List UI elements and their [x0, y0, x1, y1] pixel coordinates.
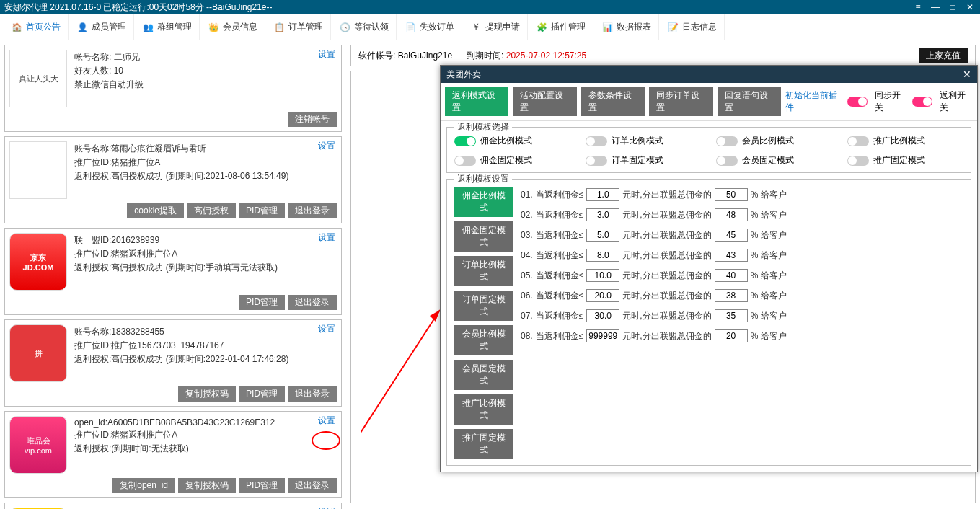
- recharge-button[interactable]: 上家充值: [919, 48, 968, 63]
- maximize-icon[interactable]: □: [947, 2, 958, 12]
- rule-percent-input[interactable]: [715, 188, 748, 201]
- card-action-button[interactable]: cookie提取: [127, 203, 184, 218]
- chart-icon: 📊: [601, 21, 614, 34]
- card-action-button[interactable]: 退出登录: [288, 295, 337, 310]
- card-action-button[interactable]: 注销帐号: [288, 112, 337, 127]
- rule-percent-input[interactable]: [715, 309, 748, 322]
- menu-icon[interactable]: ≡: [912, 2, 924, 12]
- card-action-button[interactable]: 退出登录: [288, 386, 337, 402]
- init-plugin-link[interactable]: 初始化当前插件: [785, 89, 843, 114]
- card-action-button[interactable]: 退出登录: [288, 203, 337, 218]
- mode-option: 佣金固定模式: [454, 154, 571, 167]
- rule-percent-input[interactable]: [715, 229, 748, 242]
- menu-pending[interactable]: 🕓等待认领: [331, 14, 397, 40]
- rule-index: 01.: [521, 190, 533, 200]
- rule-mode-button[interactable]: 推广固定模式: [454, 429, 513, 459]
- close-icon[interactable]: ✕: [964, 2, 976, 12]
- rule-threshold-input[interactable]: [586, 309, 619, 322]
- tab-params[interactable]: 参数条件设置: [581, 87, 645, 116]
- rule-mode-button[interactable]: 会员固定模式: [454, 360, 513, 390]
- rule-mode-button[interactable]: 订单比例模式: [454, 256, 513, 286]
- rule-threshold-input[interactable]: [586, 188, 619, 201]
- menu-members[interactable]: 👤成员管理: [69, 14, 134, 40]
- mode-label: 佣金固定模式: [480, 154, 532, 167]
- rule-percent-input[interactable]: [715, 289, 748, 302]
- rule-threshold-input[interactable]: [586, 269, 619, 282]
- minimize-icon[interactable]: —: [930, 2, 941, 12]
- card-action-button[interactable]: 复制open_id: [112, 478, 175, 493]
- mode-toggle[interactable]: [716, 136, 738, 146]
- rule-text: % 给客户: [751, 189, 787, 201]
- exp-value: 2025-07-02 12:57:25: [506, 50, 586, 61]
- card-settings-link[interactable]: 设置: [318, 323, 335, 335]
- main-menubar: 🏠首页公告 👤成员管理 👥群组管理 👑会员信息 📋订单管理 🕓等待认领 📄失效订…: [0, 14, 980, 40]
- rule-row: 05.当返利佣金≤元时,分出联盟总佣金的% 给客户: [521, 269, 963, 282]
- card-settings-link[interactable]: 设置: [318, 48, 335, 61]
- menu-plugins[interactable]: 🧩插件管理: [528, 14, 593, 40]
- card-action-button[interactable]: 高佣授权: [187, 203, 236, 218]
- card-action-button[interactable]: PID管理: [239, 295, 285, 310]
- rule-text: 元时,分出联盟总佣金的: [622, 229, 711, 242]
- rule-threshold-input[interactable]: [586, 249, 619, 262]
- menu-label: 会员信息: [223, 21, 257, 33]
- tab-activity[interactable]: 活动配置设置: [513, 87, 576, 116]
- card-line: 禁止微信自动升级: [74, 79, 337, 91]
- card-action-button[interactable]: 复制授权码: [178, 386, 236, 402]
- rebate-toggle[interactable]: [912, 97, 933, 107]
- card-info: 账号名称:18383288455推广位ID:推广位15673703_194787…: [74, 324, 337, 382]
- menu-orders[interactable]: 📋订单管理: [265, 14, 331, 40]
- menu-invalid[interactable]: 📄失效订单: [397, 14, 462, 40]
- rule-text: 当返利佣金≤: [536, 249, 584, 262]
- menu-label: 提现申请: [485, 21, 520, 33]
- mode-option: 推广固定模式: [847, 154, 964, 167]
- card-action-button[interactable]: 退出登录: [288, 478, 337, 493]
- rule-threshold-input[interactable]: [586, 329, 619, 342]
- rule-text: 当返利佣金≤: [536, 209, 584, 221]
- card-settings-link[interactable]: 设置: [318, 231, 335, 244]
- mode-toggle[interactable]: [454, 136, 476, 146]
- tab-sync[interactable]: 同步订单设置: [649, 87, 712, 116]
- menu-home[interactable]: 🏠首页公告: [3, 14, 69, 40]
- rule-threshold-input[interactable]: [586, 208, 619, 221]
- rule-percent-input[interactable]: [715, 269, 748, 282]
- card-action-button[interactable]: PID管理: [239, 203, 285, 218]
- tab-reply[interactable]: 回复语句设置: [718, 87, 781, 116]
- dialog-tabs: 返利模式设置 活动配置设置 参数条件设置 同步订单设置 回复语句设置 初始化当前…: [441, 83, 977, 121]
- rule-percent-input[interactable]: [715, 329, 748, 342]
- mode-label: 订单固定模式: [612, 154, 663, 167]
- menu-reports[interactable]: 📊数据报表: [593, 14, 659, 40]
- card-avatar: 京东 JD.COM: [9, 233, 67, 291]
- sync-toggle[interactable]: [847, 97, 868, 107]
- rule-threshold-input[interactable]: [586, 289, 619, 302]
- mode-toggle[interactable]: [716, 156, 738, 166]
- card-action-button[interactable]: PID管理: [239, 478, 285, 493]
- mode-toggle[interactable]: [586, 156, 607, 166]
- mode-toggle[interactable]: [586, 136, 607, 146]
- rule-mode-button[interactable]: 推广比例模式: [454, 394, 513, 425]
- menu-vip[interactable]: 👑会员信息: [200, 14, 265, 40]
- dialog-close-icon[interactable]: ✕: [963, 68, 971, 80]
- rule-mode-button[interactable]: 订单固定模式: [454, 291, 513, 321]
- mode-toggle[interactable]: [847, 156, 869, 166]
- user-icon: 👤: [76, 21, 89, 34]
- menu-logs[interactable]: 📝日志信息: [659, 14, 725, 40]
- rule-mode-button[interactable]: 佣金固定模式: [454, 221, 513, 252]
- menu-groups[interactable]: 👥群组管理: [134, 14, 200, 40]
- sync-label: 同步开关: [875, 89, 908, 114]
- mode-toggle[interactable]: [454, 156, 476, 166]
- card-settings-link[interactable]: 设置: [318, 415, 335, 427]
- card-settings-link[interactable]: 设置: [318, 140, 335, 152]
- card-action-button[interactable]: 复制授权码: [178, 478, 236, 493]
- rule-threshold-input[interactable]: [586, 229, 619, 242]
- mode-toggle[interactable]: [847, 136, 869, 146]
- rule-index: 02.: [521, 210, 533, 220]
- card-action-button[interactable]: PID管理: [239, 386, 285, 402]
- menu-withdraw[interactable]: ￥提现申请: [462, 14, 528, 40]
- tab-rebate-mode[interactable]: 返利模式设置: [445, 87, 508, 116]
- rule-mode-button[interactable]: 会员比例模式: [454, 325, 513, 355]
- rule-percent-input[interactable]: [715, 249, 748, 262]
- rule-percent-input[interactable]: [715, 208, 748, 221]
- rule-mode-button[interactable]: 佣金比例模式: [454, 187, 513, 217]
- card-avatar: 唯品会 vip.com: [9, 416, 67, 474]
- card-settings-link[interactable]: 设置: [318, 506, 335, 509]
